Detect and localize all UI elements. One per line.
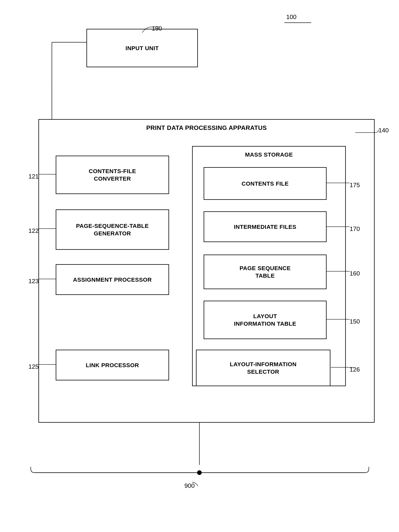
ref-123-line [38, 277, 58, 281]
ref-175-line [327, 181, 354, 185]
ref-140-line [355, 129, 386, 136]
assignment-processor-label: ASSIGNMENT PROCESSOR [73, 276, 152, 283]
ref-125-line [38, 362, 58, 367]
assignment-processor-box: ASSIGNMENT PROCESSOR [56, 264, 169, 295]
ref-123: 123 [28, 278, 39, 285]
contents-file-converter-label: CONTENTS-FILECONVERTER [89, 167, 136, 182]
page-sequence-table-box: PAGE SEQUENCETABLE [204, 254, 327, 289]
link-processor-label: LINK PROCESSOR [86, 361, 139, 369]
intermediate-files-box: INTERMEDIATE FILES [204, 211, 327, 242]
page-sequence-gen-box: PAGE-SEQUENCE-TABLEGENERATOR [56, 209, 169, 250]
ref-160-line [327, 269, 354, 274]
ref-122-line [38, 226, 58, 231]
layout-info-table-box: LAYOUTINFORMATION TABLE [204, 301, 327, 339]
page-sequence-table-label: PAGE SEQUENCETABLE [240, 264, 291, 279]
contents-file-label: CONTENTS FILE [242, 180, 289, 187]
input-unit-label: INPUT UNIT [126, 44, 159, 52]
layout-info-selector-box: LAYOUT-INFORMATIONSELECTOR [196, 350, 330, 386]
contents-file-converter-box: CONTENTS-FILECONVERTER [56, 156, 169, 194]
ref-150-line [327, 317, 354, 322]
layout-info-table-label: LAYOUTINFORMATION TABLE [234, 312, 296, 327]
ref-125: 125 [28, 363, 39, 370]
ref-122: 122 [28, 227, 39, 234]
layout-info-selector-label: LAYOUT-INFORMATIONSELECTOR [230, 361, 296, 375]
link-processor-box: LINK PROCESSOR [56, 350, 169, 380]
ref-900-line [181, 481, 204, 489]
ref-100: 100 [286, 13, 296, 20]
ref-126-line [331, 365, 358, 370]
svg-point-7 [197, 470, 202, 475]
ref-170-line [327, 224, 354, 229]
diagram: 100 INPUT UNIT 190 PRINT DATA PROCESSING… [0, 0, 399, 532]
ref-190-num: 190 [152, 25, 162, 32]
intermediate-files-label: INTERMEDIATE FILES [234, 223, 296, 231]
page-sequence-gen-label: PAGE-SEQUENCE-TABLEGENERATOR [76, 222, 149, 237]
ref-121: 121 [28, 173, 39, 180]
ref-121-line [38, 172, 58, 177]
contents-file-box: CONTENTS FILE [204, 167, 327, 200]
print-apparatus-label: PRINT DATA PROCESSING APPARATUS [146, 124, 267, 131]
mass-storage-label: MASS STORAGE [245, 151, 293, 158]
